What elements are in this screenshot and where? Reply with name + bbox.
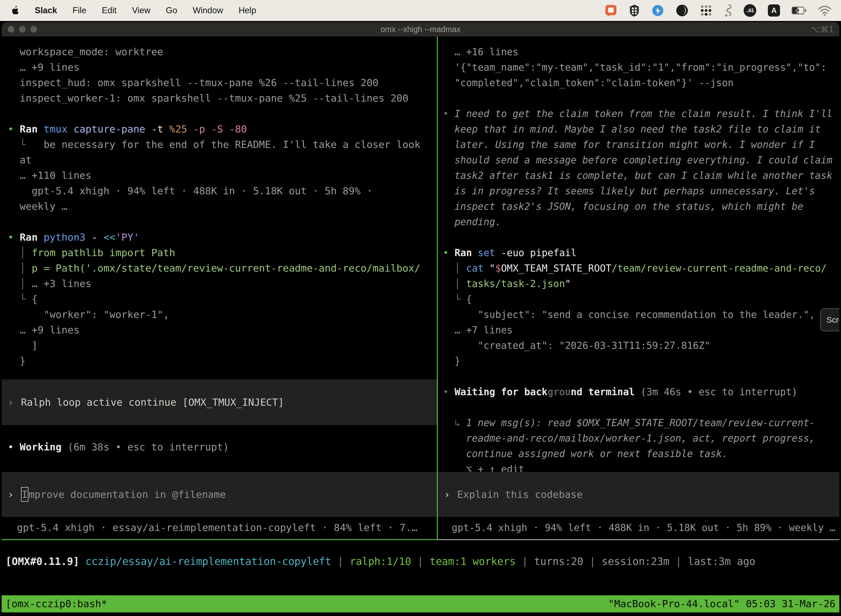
chat-app-icon[interactable] xyxy=(605,4,617,17)
menu-item-window[interactable]: Window xyxy=(193,6,223,15)
terminal-line: inspect_worker-1: omx sparkshell --tmux-… xyxy=(8,91,437,106)
banner-prompt: › xyxy=(8,395,14,410)
menu-item-file[interactable]: File xyxy=(73,6,86,15)
crescent-circle-icon[interactable] xyxy=(676,4,689,17)
terminal-line: … +110 lines xyxy=(8,168,437,183)
terminal-content: workspace_mode: worktree … +9 lines insp… xyxy=(1,37,840,540)
terminal-line: keep that in mind. Maybe I also need the… xyxy=(443,122,840,137)
text-cursor: I xyxy=(21,487,29,502)
menu-app-name[interactable]: Slack xyxy=(35,6,57,15)
right-input-bar[interactable]: ›Explain this codebase xyxy=(438,472,840,517)
left-input-bar[interactable]: ›Improve documentation in @filename xyxy=(1,472,437,517)
terminal-line: } xyxy=(443,353,840,369)
window-bottom-strip xyxy=(1,612,840,616)
left-terminal-lines: workspace_mode: worktree … +9 lines insp… xyxy=(1,37,437,369)
working-status: • Working (6m 38s • esc to interrupt) xyxy=(1,439,229,455)
blue-badge-icon[interactable] xyxy=(652,4,664,17)
shield-grid-icon[interactable] xyxy=(629,4,640,17)
pane-right[interactable]: … +16 lines '{"team_name":"my-team","tas… xyxy=(438,37,840,540)
battery-icon[interactable] xyxy=(792,7,806,14)
terminal-line xyxy=(8,106,437,122)
menu-item-view[interactable]: View xyxy=(132,6,150,15)
terminal-line xyxy=(443,230,840,245)
terminal-line xyxy=(8,214,437,230)
terminal-line: │ cat "$OMX_TEAM_STATE_ROOT/team/review-… xyxy=(443,261,840,276)
menu-bar-status-icons: ..61 A xyxy=(605,4,832,17)
terminal-line: workspace_mode: worktree xyxy=(8,44,437,60)
window-title: omx --xhigh --madmax xyxy=(1,25,840,34)
terminal-line: • Ran tmux capture-pane -t %25 -p -S -80 xyxy=(8,122,437,137)
menu-item-edit[interactable]: Edit xyxy=(102,6,116,15)
terminal-line: weekly … xyxy=(8,199,437,214)
minimize-button[interactable] xyxy=(19,26,26,32)
right-input-placeholder: Explain this codebase xyxy=(457,489,583,500)
terminal-line: continue assigned work or next feasible … xyxy=(443,446,840,462)
terminal-line xyxy=(443,400,840,415)
right-terminal-lines: … +16 lines '{"team_name":"my-team","tas… xyxy=(438,37,840,477)
tmux-host-time: "MacBook-Pro-44.local" 05:03 31-Mar-26 xyxy=(608,595,835,612)
tmux-status-bar: [omx-cczip0:bash* "MacBook-Pro-44.local"… xyxy=(1,595,840,612)
terminal-line: │ tasks/task-2.json" xyxy=(443,276,840,292)
tmux-session-label[interactable]: [omx-cczip0:bash* xyxy=(6,595,107,612)
terminal-line xyxy=(443,91,840,106)
a-app-icon[interactable]: A xyxy=(768,4,780,16)
terminal-line: task2 after task1 is complete, but can I… xyxy=(443,168,840,183)
ralph-loop-banner: ›Ralph loop active continue [OMX_TMUX_IN… xyxy=(1,380,437,425)
terminal-line: at xyxy=(8,153,437,168)
terminal-line: "completed","claim_token":"claim-token"}… xyxy=(443,75,840,91)
timer-badge-icon[interactable]: ..61 xyxy=(744,4,756,17)
battery-nub xyxy=(805,9,806,12)
terminal-line: gpt-5.4 xhigh · 94% left · 488K in · 5.1… xyxy=(8,183,437,199)
terminal-line: │ … +3 lines xyxy=(8,276,437,292)
terminal-line: │ from pathlib import Path xyxy=(8,245,437,261)
charging-bolt-icon xyxy=(795,7,801,14)
terminal-line: ↳ 1 new msg(s): read $OMX_TEAM_STATE_ROO… xyxy=(443,415,840,431)
battery-body xyxy=(792,7,804,14)
terminal-line: … +7 lines xyxy=(443,322,840,338)
terminal-line: readme-and-reco/mailbox/worker-1.json, a… xyxy=(443,431,840,446)
menu-bar-left: Slack File Edit View Go Window Help xyxy=(9,5,256,16)
terminal-line: └ { xyxy=(8,292,437,307)
apple-menu-icon[interactable] xyxy=(9,5,19,16)
terminal-line: • Waiting for background terminal (3m 46… xyxy=(443,384,840,400)
terminal-line: should send a message before completing … xyxy=(443,153,840,168)
omx-status-line: [OMX#0.11.9] cczip/essay/ai-reimplementa… xyxy=(1,540,840,595)
terminal-line: └ { xyxy=(443,292,840,307)
menu-item-go[interactable]: Go xyxy=(166,6,177,15)
terminal-line: • Ran set -euo pipefail xyxy=(443,245,840,261)
terminal-line: • Ran python3 - <<'PY' xyxy=(8,230,437,245)
terminal-line xyxy=(443,369,840,384)
terminal-line: … +16 lines xyxy=(443,44,840,60)
left-input-prompt: › xyxy=(8,489,14,500)
terminal-line: … +9 lines xyxy=(8,60,437,75)
wifi-icon[interactable] xyxy=(818,5,832,16)
traffic-lights xyxy=(1,26,37,32)
dots-grid-icon[interactable] xyxy=(700,4,712,16)
screen-notification-overlay: Scre xyxy=(820,308,840,331)
terminal-line: └ be necessary for the end of the README… xyxy=(8,137,437,153)
terminal-line: is in progress? It seems likely but perh… xyxy=(443,183,840,199)
terminal-line: } xyxy=(8,353,437,369)
close-button[interactable] xyxy=(8,26,14,32)
squiggle-icon[interactable] xyxy=(724,4,732,17)
pane-left[interactable]: workspace_mode: worktree … +9 lines insp… xyxy=(1,37,437,540)
apple-logo xyxy=(9,5,19,16)
terminal-line: "worker": "worker-1", xyxy=(8,307,437,322)
terminal-line: later. Using the same for transition mig… xyxy=(443,137,840,153)
terminal-line: • I need to get the claim token from the… xyxy=(443,106,840,122)
terminal-line: '{"team_name":"my-team","task_id":"1","f… xyxy=(443,60,840,75)
zoom-button[interactable] xyxy=(30,26,37,32)
window-titlebar[interactable]: omx --xhigh --madmax ⌥⌘1 xyxy=(1,22,840,37)
terminal-line: │ p = Path('.omx/state/team/review-curre… xyxy=(8,261,437,276)
window-shortcut: ⌥⌘1 xyxy=(811,25,840,34)
menu-item-help[interactable]: Help xyxy=(239,6,256,15)
terminal-line: • Working (6m 38s • esc to interrupt) xyxy=(8,439,229,455)
terminal-window: omx --xhigh --madmax ⌥⌘1 workspace_mode:… xyxy=(1,22,840,616)
terminal-line: inspect_hud: omx sparkshell --tmux-pane … xyxy=(8,75,437,91)
right-input-prompt: › xyxy=(444,489,450,500)
terminal-line: inspect task2's JSON, focusing on the st… xyxy=(443,199,840,214)
menu-bar: Slack File Edit View Go Window Help xyxy=(0,0,841,21)
right-status-line: gpt-5.4 xhigh · 94% left · 488K in · 5.1… xyxy=(438,520,835,535)
terminal-line: "subject": "send a concise recommendatio… xyxy=(443,307,840,322)
left-status-line: gpt-5.4 xhigh · essay/ai-reimplementatio… xyxy=(1,520,418,535)
